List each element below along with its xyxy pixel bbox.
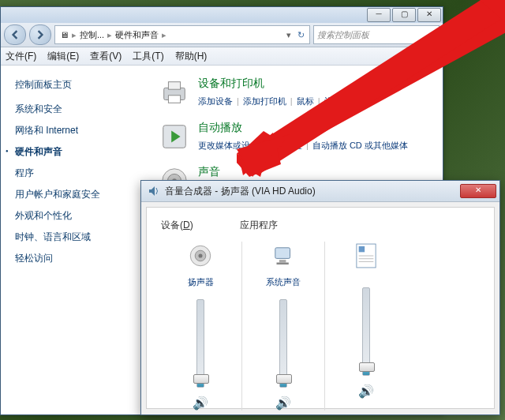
- menu-view[interactable]: 查看(V): [90, 50, 122, 63]
- sidebar-item-hardware-sound[interactable]: 硬件和声音: [15, 145, 144, 159]
- refresh-icon[interactable]: ↻: [297, 30, 305, 40]
- search-input[interactable]: 搜索控制面板: [313, 25, 440, 44]
- sidebar-item-programs[interactable]: 程序: [15, 167, 144, 180]
- mute-button[interactable]: 🔊: [358, 384, 374, 399]
- svg-rect-1: [168, 82, 180, 90]
- menu-help[interactable]: 帮助(H): [175, 50, 208, 63]
- sidebar-item-ease[interactable]: 轻松访问: [15, 252, 144, 265]
- arrow-right-icon: [36, 30, 45, 39]
- svg-marker-23: [480, 0, 505, 30]
- category-title[interactable]: 设备和打印机: [198, 77, 435, 91]
- mute-button[interactable]: 🔊: [275, 396, 291, 411]
- back-button[interactable]: [4, 24, 26, 45]
- mixer-body: 设备(D) 应用程序 扬声器 🔊 系统声音: [146, 207, 495, 409]
- device-label[interactable]: 系统声音: [266, 276, 301, 288]
- sidebar-item-clock[interactable]: 时钟、语言和区域: [15, 231, 144, 244]
- link-change-default[interactable]: 更改媒体或设备的默认设置: [198, 141, 302, 150]
- category-links: 添加设备|添加打印机|鼠标|设备管理器: [198, 94, 435, 108]
- sidebar-item-network[interactable]: 网络和 Internet: [15, 124, 144, 137]
- link-mouse[interactable]: 鼠标: [297, 96, 314, 106]
- sidebar-header[interactable]: 控制面板主页: [15, 78, 144, 92]
- mute-button[interactable]: 🔊: [193, 396, 208, 411]
- address-bar[interactable]: 🖥 ▸ 控制... ▸ 硬件和声音 ▸ ▾ ↻: [54, 25, 310, 44]
- device-label[interactable]: 扬声器: [188, 276, 214, 288]
- volume-mixer-window: 音量合成器 - 扬声器 (VIA HD Audio) ✕ 设备(D) 应用程序 …: [140, 180, 500, 415]
- svg-rect-12: [279, 260, 286, 262]
- category-autoplay: 自动播放 更改媒体或设备的默认设置|自动播放 CD 或其他媒体: [159, 121, 435, 152]
- forward-button[interactable]: [29, 24, 51, 45]
- close-button[interactable]: ✕: [460, 184, 496, 198]
- svg-rect-11: [275, 248, 290, 259]
- mixer-header: 设备(D) 应用程序: [161, 219, 480, 232]
- dropdown-icon[interactable]: ▾: [286, 30, 291, 40]
- volume-slider[interactable]: [279, 299, 287, 388]
- titlebar: ─ ▢ ✕: [1, 7, 443, 23]
- menu-tools[interactable]: 工具(T): [133, 50, 163, 63]
- sidebar-item-system[interactable]: 系统和安全: [15, 103, 144, 116]
- section-apps-label: 应用程序: [240, 219, 278, 232]
- link-device-mgr[interactable]: 设备管理器: [324, 96, 368, 106]
- app-icon[interactable]: [352, 242, 380, 270]
- volume-slider[interactable]: [196, 299, 204, 388]
- printer-icon: [159, 77, 190, 108]
- arrow-left-icon: [10, 30, 20, 39]
- category-links: 更改媒体或设备的默认设置|自动播放 CD 或其他媒体: [198, 138, 435, 152]
- svg-point-10: [198, 253, 202, 257]
- menu-edit[interactable]: 编辑(E): [47, 50, 79, 63]
- autoplay-icon: [159, 121, 190, 152]
- breadcrumb-item[interactable]: 控制...: [80, 29, 104, 41]
- system-sounds-icon[interactable]: [269, 242, 297, 270]
- maximize-button[interactable]: ▢: [392, 8, 416, 22]
- volume-slider[interactable]: [362, 287, 370, 376]
- menu-file[interactable]: 文件(F): [6, 50, 36, 63]
- mixer-col-system-sounds: 系统声音 🔊: [244, 242, 323, 411]
- sidebar-item-appearance[interactable]: 外观和个性化: [15, 209, 144, 223]
- category-title[interactable]: 自动播放: [198, 121, 435, 135]
- link-autoplay-cd[interactable]: 自动播放 CD 或其他媒体: [312, 141, 408, 150]
- link-add-device[interactable]: 添加设备: [198, 96, 233, 106]
- speaker-icon: [148, 185, 160, 197]
- mixer-col-app: 🔊: [327, 242, 406, 411]
- svg-rect-13: [277, 263, 289, 265]
- sidebar: 控制面板主页 系统和安全 网络和 Internet 硬件和声音 程序 用户帐户和…: [1, 66, 152, 414]
- sidebar-item-accounts[interactable]: 用户帐户和家庭安全: [15, 188, 144, 201]
- speaker-device-icon[interactable]: [186, 242, 215, 270]
- category-devices: 设备和打印机 添加设备|添加打印机|鼠标|设备管理器: [159, 77, 435, 108]
- link-add-printer[interactable]: 添加打印机: [243, 96, 286, 106]
- section-device-label: 设备: [161, 219, 180, 231]
- titlebar: 音量合成器 - 扬声器 (VIA HD Audio) ✕: [141, 181, 499, 202]
- window-title: 音量合成器 - 扬声器 (VIA HD Audio): [165, 185, 458, 198]
- svg-rect-2: [168, 96, 180, 103]
- menubar: 文件(F) 编辑(E) 查看(V) 工具(T) 帮助(H): [1, 47, 443, 66]
- mixer-col-speakers: 扬声器 🔊: [161, 242, 240, 411]
- breadcrumb-icon: 🖥: [60, 30, 69, 39]
- navbar: 🖥 ▸ 控制... ▸ 硬件和声音 ▸ ▾ ↻ 搜索控制面板: [1, 23, 443, 47]
- breadcrumb-item[interactable]: 硬件和声音: [115, 29, 159, 41]
- minimize-button[interactable]: ─: [367, 8, 391, 22]
- mixer-columns: 扬声器 🔊 系统声音 🔊: [161, 242, 480, 411]
- close-button[interactable]: ✕: [417, 8, 441, 22]
- category-title[interactable]: 声音: [198, 165, 435, 179]
- svg-rect-15: [359, 246, 365, 252]
